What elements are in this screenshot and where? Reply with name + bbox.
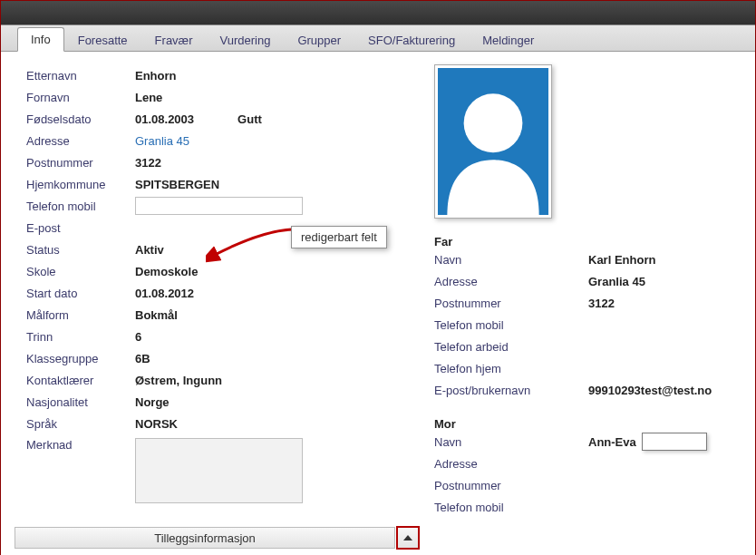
value-far-adresse: Granlia 45: [588, 275, 645, 288]
value-spraak: NORSK: [135, 417, 178, 431]
value-maalform: Bokmål: [135, 308, 178, 322]
label-far-telefon-mobil: Telefon mobil: [434, 318, 588, 332]
input-telefon-mobil[interactable]: [135, 197, 303, 215]
label-mor-postnummer: Postnummer: [434, 479, 588, 492]
label-trinn: Trinn: [26, 330, 135, 344]
svg-point-1: [464, 93, 523, 152]
tab-vurdering[interactable]: Vurdering: [207, 28, 285, 52]
input-mor-navn-extra[interactable]: [642, 433, 707, 451]
label-spraak: Språk: [26, 417, 135, 431]
label-skole: Skole: [26, 265, 135, 278]
tab-grupper[interactable]: Grupper: [284, 28, 354, 52]
label-hjemkommune: Hjemkommune: [26, 178, 135, 191]
tab-strip: Info Foresatte Fravær Vurdering Grupper …: [1, 24, 755, 52]
avatar-icon: [438, 68, 548, 215]
label-mor-adresse: Adresse: [434, 457, 588, 471]
label-etternavn: Etternavn: [26, 69, 135, 83]
expander-toggle-button[interactable]: [396, 526, 420, 550]
label-merknad: Merknad: [26, 438, 135, 452]
tab-foresatte[interactable]: Foresatte: [64, 28, 141, 52]
label-far-postnummer: Postnummer: [434, 297, 588, 310]
value-trinn: 6: [135, 330, 141, 344]
window-titlebar: [1, 1, 755, 24]
value-postnummer: 3122: [135, 156, 161, 170]
annotation-arrow-icon: [206, 227, 296, 263]
tab-meldinger[interactable]: Meldinger: [469, 28, 548, 52]
value-far-navn: Karl Enhorn: [588, 253, 655, 267]
label-maalform: Målform: [26, 308, 135, 322]
value-gender: Gutt: [237, 112, 262, 126]
label-adresse: Adresse: [26, 134, 135, 148]
value-fodselsdato: 01.08.2003: [135, 112, 194, 126]
label-klassegruppe: Klassegruppe: [26, 352, 135, 365]
annotation-callout: redigerbart felt: [291, 226, 387, 248]
value-mor-navn: Ann-Eva: [588, 435, 636, 449]
value-hjemkommune: SPITSBERGEN: [135, 178, 219, 191]
label-epost: E-post: [26, 221, 135, 235]
label-far-telefon-arbeid: Telefon arbeid: [434, 340, 588, 354]
label-far-navn: Navn: [434, 253, 588, 267]
guardians-panel: Far NavnKarl Enhorn AdresseGranlia 45 Po…: [434, 64, 739, 518]
value-fornavn: Lene: [135, 91, 162, 104]
value-klassegruppe: 6B: [135, 352, 150, 365]
label-postnummer: Postnummer: [26, 156, 135, 170]
label-mor-telefon-mobil: Telefon mobil: [434, 501, 588, 514]
heading-far: Far: [434, 235, 739, 248]
value-skole: Demoskole: [135, 265, 198, 278]
label-fodselsdato: Fødselsdato: [26, 112, 135, 126]
tab-content-info: Etternavn Enhorn Fornavn Lene Fødselsdat…: [1, 52, 755, 555]
student-details: Etternavn Enhorn Fornavn Lene Fødselsdat…: [26, 64, 398, 518]
value-kontaktlaerer: Østrem, Ingunn: [135, 374, 222, 387]
label-far-adresse: Adresse: [434, 275, 588, 288]
value-far-postnummer: 3122: [588, 297, 615, 310]
expander-label: Tilleggsinformasjon: [154, 531, 256, 545]
label-fornavn: Fornavn: [26, 91, 135, 104]
heading-mor: Mor: [434, 417, 739, 431]
tab-info[interactable]: Info: [17, 27, 64, 52]
value-far-epost: 99910293test@test.no: [588, 384, 712, 397]
label-start-dato: Start dato: [26, 287, 135, 300]
label-nasjonalitet: Nasjonalitet: [26, 395, 135, 409]
value-etternavn: Enhorn: [135, 69, 177, 83]
tab-fravaer[interactable]: Fravær: [141, 28, 207, 52]
value-status: Aktiv: [135, 243, 164, 257]
label-far-telefon-hjem: Telefon hjem: [434, 362, 588, 375]
value-nasjonalitet: Norge: [135, 395, 170, 409]
label-mor-navn: Navn: [434, 435, 588, 449]
link-adresse[interactable]: Granlia 45: [135, 134, 189, 148]
label-far-epost: E-post/brukernavn: [434, 384, 588, 397]
value-start-dato: 01.08.2012: [135, 287, 194, 300]
expander-tillegg[interactable]: Tilleggsinformasjon: [15, 527, 395, 549]
tab-sfo[interactable]: SFO/Fakturering: [354, 28, 469, 52]
student-photo: [434, 64, 552, 219]
label-kontaktlaerer: Kontaktlærer: [26, 374, 135, 387]
label-telefon-mobil: Telefon mobil: [26, 200, 135, 213]
label-status: Status: [26, 243, 135, 257]
textarea-merknad[interactable]: [135, 438, 303, 503]
chevron-up-icon: [403, 535, 412, 540]
